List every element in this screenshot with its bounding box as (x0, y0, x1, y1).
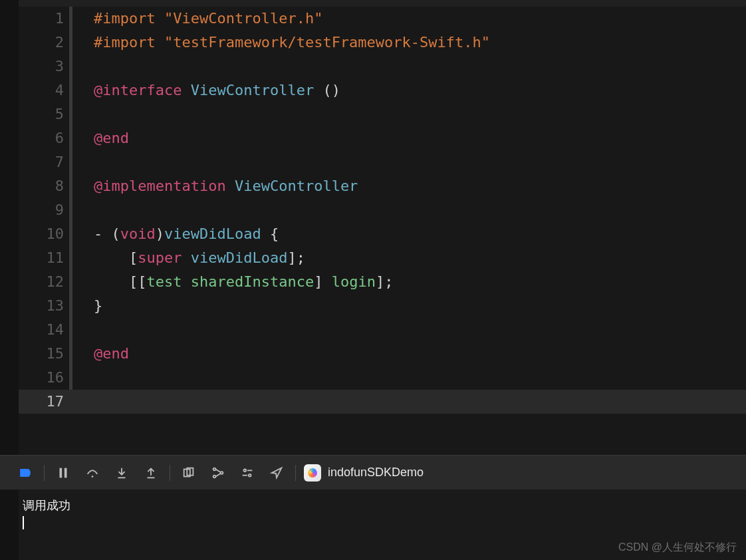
code-editor[interactable]: 1#import "ViewController.h"2#import "tes… (19, 7, 746, 455)
app-icon (304, 464, 321, 482)
environment-overrides-button[interactable] (233, 461, 262, 485)
code-line[interactable]: 6@end (19, 126, 746, 150)
pause-button[interactable] (49, 461, 78, 485)
debug-toolbar: indofunSDKDemo (0, 455, 746, 490)
code-line[interactable]: 10- (void)viewDidLoad { (19, 222, 746, 246)
change-bar (69, 55, 72, 78)
change-bar (69, 222, 72, 246)
svg-point-6 (221, 472, 223, 474)
code-line[interactable]: 5 (19, 102, 746, 126)
code-line[interactable]: 4@interface ViewController () (19, 78, 746, 102)
toolbar-divider (170, 465, 170, 481)
step-over-button[interactable] (78, 461, 107, 485)
watermark-text: CSDN @人生何处不修行 (618, 541, 737, 555)
line-number[interactable]: 14 (19, 318, 69, 342)
code-line[interactable]: 15@end (19, 342, 746, 366)
line-number[interactable]: 13 (19, 294, 69, 318)
debug-memory-graph-button[interactable] (203, 461, 233, 485)
code-content[interactable]: #import "ViewController.h" (94, 7, 322, 31)
change-bar (69, 174, 72, 198)
change-bar (69, 246, 72, 270)
svg-point-7 (244, 469, 247, 472)
change-bar (69, 366, 72, 390)
svg-point-5 (213, 475, 216, 478)
change-bar (69, 270, 72, 294)
code-line[interactable]: 14 (19, 318, 746, 342)
code-content[interactable]: #import "testFramework/testFramework-Swi… (94, 31, 490, 55)
code-line[interactable]: 13} (19, 294, 746, 318)
console-output-line: 调用成功 (23, 497, 742, 513)
code-line[interactable]: 17 (19, 390, 746, 414)
line-number[interactable]: 5 (19, 102, 69, 126)
code-content[interactable]: @end (94, 342, 129, 366)
line-number[interactable]: 9 (19, 198, 69, 222)
change-bar (69, 78, 72, 102)
line-number[interactable]: 10 (19, 222, 69, 246)
toolbar-divider (44, 465, 45, 481)
line-number[interactable]: 17 (19, 390, 69, 414)
svg-rect-1 (64, 468, 67, 478)
code-line[interactable]: 1#import "ViewController.h" (19, 7, 746, 31)
line-number[interactable]: 6 (19, 126, 69, 150)
code-content[interactable]: [[test sharedInstance] login]; (94, 270, 393, 294)
line-number[interactable]: 7 (19, 150, 69, 174)
line-number[interactable]: 15 (19, 342, 69, 366)
line-number[interactable]: 4 (19, 78, 69, 102)
change-bar (69, 126, 72, 150)
toolbar-divider (295, 465, 296, 481)
top-nav-bar (19, 0, 746, 7)
change-bar (69, 342, 72, 366)
svg-point-8 (249, 474, 251, 476)
code-content[interactable]: [super viewDidLoad]; (94, 246, 305, 270)
line-number[interactable]: 3 (19, 55, 69, 78)
code-line[interactable]: 9 (19, 198, 746, 222)
debug-view-hierarchy-button[interactable] (174, 461, 203, 485)
code-line[interactable]: 11 [super viewDidLoad]; (19, 246, 746, 270)
code-line[interactable]: 16 (19, 366, 746, 390)
change-bar (69, 102, 72, 126)
line-number[interactable]: 12 (19, 270, 69, 294)
line-number[interactable]: 11 (19, 246, 69, 270)
code-content[interactable]: } (94, 294, 102, 318)
step-out-button[interactable] (136, 461, 166, 485)
simulate-location-button[interactable] (262, 461, 291, 485)
line-number[interactable]: 1 (19, 7, 69, 31)
code-content[interactable]: @implementation ViewController (94, 174, 358, 198)
change-bar (69, 294, 72, 318)
target-name-label: indofunSDKDemo (328, 466, 424, 480)
change-bar (69, 318, 72, 342)
code-line[interactable]: 7 (19, 150, 746, 174)
code-line[interactable]: 12 [[test sharedInstance] login]; (19, 270, 746, 294)
code-line[interactable]: 8@implementation ViewController (19, 174, 746, 198)
svg-point-4 (213, 468, 216, 470)
change-bar (69, 7, 72, 31)
line-number[interactable]: 16 (19, 366, 69, 390)
code-line[interactable]: 3 (19, 55, 746, 78)
svg-rect-0 (60, 468, 62, 478)
line-number[interactable]: 8 (19, 174, 69, 198)
change-bar (69, 150, 72, 174)
console-cursor (23, 516, 24, 529)
debug-target-selector[interactable]: indofunSDKDemo (304, 464, 424, 482)
code-content[interactable]: @end (94, 126, 129, 150)
line-number[interactable]: 2 (19, 31, 69, 55)
change-bar (69, 198, 72, 222)
code-line[interactable]: 2#import "testFramework/testFramework-Sw… (19, 31, 746, 55)
change-bar (69, 31, 72, 55)
code-content[interactable]: - (void)viewDidLoad { (94, 222, 279, 246)
code-content[interactable]: @interface ViewController () (94, 78, 340, 102)
debug-toggle-breakpoints-button[interactable] (11, 461, 40, 485)
change-bar (69, 390, 72, 414)
step-into-button[interactable] (107, 461, 136, 485)
